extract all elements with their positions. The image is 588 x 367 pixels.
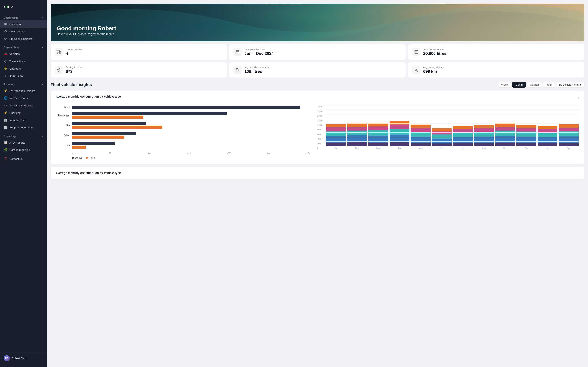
- filter-year[interactable]: Year: [543, 82, 555, 88]
- filter-month[interactable]: Month: [512, 82, 526, 88]
- sidebar-item-emissions-insights[interactable]: ⟳ Emissions insights: [0, 35, 47, 42]
- sidebar-item-vehicle-changeover[interactable]: ⇄ Vehicle changeover: [0, 102, 47, 109]
- sidebar-item-ev-transition[interactable]: ⚡ EV transition insights: [0, 87, 47, 94]
- emissions-icon: ⟳: [4, 37, 7, 41]
- changeover-icon: ⇄: [4, 104, 7, 107]
- sbar-segment: [368, 123, 388, 127]
- infrastructure-icon: 🏢: [4, 118, 7, 122]
- filter-quarter[interactable]: Quarter: [527, 82, 542, 88]
- sidebar-item-support-docs[interactable]: 📄 Support documents: [0, 124, 47, 131]
- chargers-icon: ⚡: [4, 67, 7, 70]
- sbar-segment: [474, 143, 494, 146]
- hbar-row-van: Van: [56, 142, 310, 149]
- hbar-petrol-passenger: [72, 116, 143, 119]
- grid-line: [325, 137, 579, 137]
- sbar-col-1: [347, 124, 367, 146]
- sbar-y-labels: 0 200 400 600 800 1,000 1,200 1,400 1,60…: [317, 106, 322, 150]
- chart-card-consumption: Average monthly consumption by vehicle t…: [51, 91, 584, 164]
- sbar-segment: [559, 136, 579, 143]
- sidebar-item-chargers[interactable]: ⚡ Chargers: [0, 65, 47, 72]
- hbar-diesel-other: [72, 132, 136, 135]
- user-profile[interactable]: RD Robert Dietz: [0, 352, 47, 364]
- charging-icon: ⚡: [4, 111, 7, 115]
- filter-week[interactable]: Week: [498, 82, 511, 88]
- hbar-bars-truck: [72, 106, 310, 109]
- chevron-down-icon: ▾: [42, 17, 43, 19]
- grid-line: [325, 114, 579, 114]
- stats-grid: Unique vehicles 4 Time period of data Ja…: [51, 44, 584, 60]
- hbar-row-passenger: Passenger: [56, 112, 310, 119]
- sbar-segment: [347, 124, 367, 127]
- section-header-planning[interactable]: Planning ▾: [0, 81, 47, 87]
- sbar-segment: [347, 127, 367, 131]
- hero-content: Good morning Robert Here are your fuel d…: [57, 25, 116, 36]
- sbar-segment: [453, 126, 473, 129]
- sidebar-item-vehicles[interactable]: 🚗 Vehicles: [0, 50, 47, 58]
- section-header-reporting[interactable]: Reporting ▾: [0, 133, 47, 139]
- sbar-segment: [326, 124, 346, 127]
- sidebar-item-transactions[interactable]: ◎ Transactions: [0, 58, 47, 65]
- grid-line: [325, 105, 579, 105]
- sbar-segment: [326, 131, 346, 136]
- stat-avg-distance: Avg. weekly distance 699 km: [423, 66, 445, 74]
- sbar-segment: [559, 143, 579, 146]
- grid-line: [325, 119, 579, 119]
- sidebar-item-import-data[interactable]: ↓ Import data: [0, 72, 47, 79]
- sidebar-item-ato-reports[interactable]: 📋 ATO Reports: [0, 139, 47, 146]
- hbar-petrol-ute: [72, 125, 162, 129]
- hbar-diesel-passenger: [72, 112, 227, 115]
- sidebar-item-infrastructure[interactable]: 🏢 Infrastructure: [0, 117, 47, 124]
- hero-subtitle: Here are your fuel data insights for the…: [57, 33, 116, 36]
- hbar-diesel-ute: [72, 122, 146, 125]
- logo-area[interactable]: roev: [0, 0, 47, 13]
- petrol-dot: [86, 157, 88, 159]
- section-header-dashboards[interactable]: Dashboards ▾: [0, 14, 47, 20]
- sidebar-item-contact[interactable]: ❓ Contact us: [0, 155, 47, 162]
- sbar-segment: [495, 142, 515, 146]
- diesel-dot: [72, 157, 74, 159]
- sidebar-item-cost-insights[interactable]: ♻ Cost insights: [0, 28, 47, 35]
- fleet-insights-title: Fleet vehicle insights: [51, 82, 92, 87]
- hbar-bars-ute: [72, 122, 310, 129]
- globe-icon: 🌐: [4, 96, 7, 100]
- info-icon[interactable]: ℹ: [578, 97, 579, 100]
- hbar-label-van: Van: [56, 144, 70, 147]
- sbar-col-10: [537, 126, 558, 146]
- sbar-col-6: [453, 126, 473, 146]
- stat-time-period: Time period of data Jan – Dec 2024: [244, 48, 274, 56]
- sbar-segment: [495, 123, 515, 127]
- sbar-segment: [537, 129, 558, 133]
- sbar-segment: [537, 137, 558, 143]
- sidebar-item-carbon-reporting[interactable]: 🌿 Carbon reporting: [0, 146, 47, 154]
- vehicle-name-dropdown[interactable]: By vehicle name ▾: [556, 82, 584, 88]
- sbar-segment: [453, 143, 473, 146]
- hbar-diesel-van: [72, 142, 115, 145]
- sbar-segment: [432, 131, 452, 134]
- transactions-icon: ◎: [4, 59, 7, 63]
- section-header-fleet[interactable]: Current fleet ▾: [0, 44, 47, 50]
- ato-icon: 📋: [4, 141, 7, 144]
- sidebar-item-charging[interactable]: ⚡ Charging: [0, 109, 47, 117]
- main-content: Good morning Robert Here are your fuel d…: [47, 0, 588, 367]
- sbar-col-5: [432, 128, 452, 146]
- stat-card-avg-distance: Avg. weekly distance 699 km: [408, 62, 584, 78]
- sidebar-item-net-zero[interactable]: 🌐 Net Zero Plans: [0, 94, 47, 102]
- charts-row: Truck Passenger: [56, 106, 579, 159]
- hbar-label-other: Other: [56, 134, 70, 137]
- ev-icon: ⚡: [4, 89, 7, 92]
- sbar-col-7: [474, 125, 494, 146]
- svg-point-4: [58, 69, 60, 70]
- sidebar-item-overview[interactable]: ▦ Overview: [0, 20, 47, 28]
- contact-icon: ❓: [4, 157, 7, 161]
- hero-greeting: Good morning Robert: [57, 25, 116, 32]
- nav-section-planning: Planning ▾ ⚡ EV transition insights 🌐 Ne…: [0, 81, 47, 131]
- sbar-segment: [368, 142, 388, 146]
- sbar-segment: [474, 137, 494, 142]
- sbar-segment: [432, 143, 452, 146]
- sbar-segment: [347, 135, 367, 142]
- stacked-bar-chart: 0 200 400 600 800 1,000 1,200 1,400 1,60…: [316, 106, 579, 159]
- sbar-segment: [326, 142, 346, 146]
- calendar-icon: [233, 48, 242, 56]
- sbar-segment: [389, 142, 410, 146]
- user-name: Robert Dietz: [12, 357, 26, 360]
